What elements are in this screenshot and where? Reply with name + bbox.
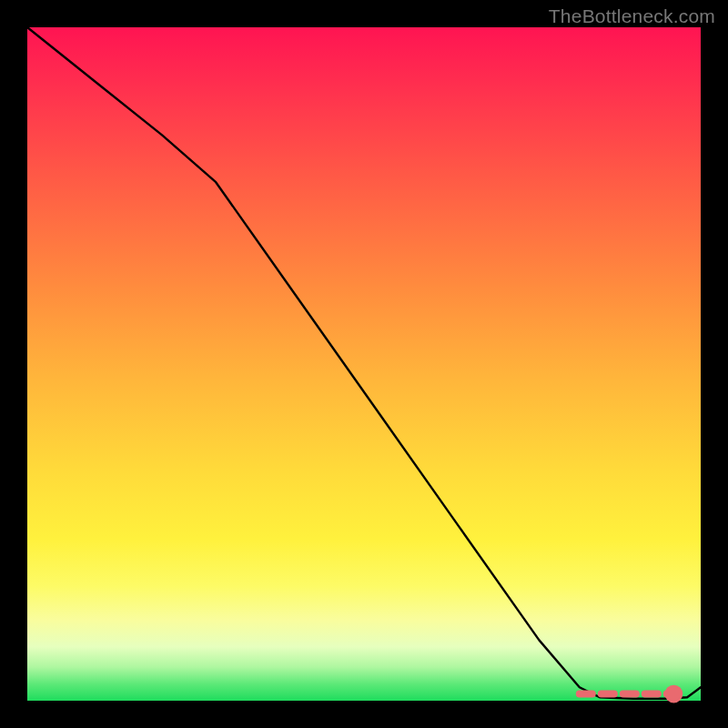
chart-frame: TheBottleneck.com: [0, 0, 728, 728]
chart-overlay: [27, 27, 701, 701]
watermark-text: TheBottleneck.com: [549, 5, 715, 27]
main-curve: [27, 27, 701, 699]
end-dot-icon: [665, 685, 683, 703]
